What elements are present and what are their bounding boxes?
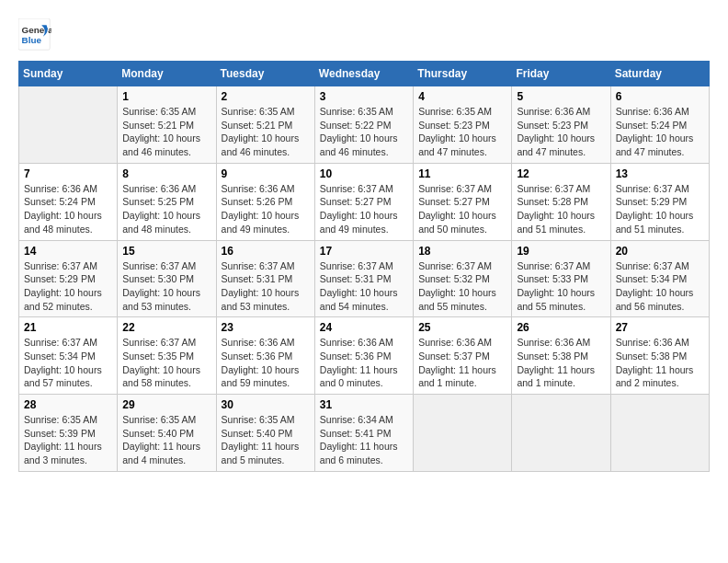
day-number: 2: [222, 90, 310, 103]
calendar-cell: 14Sunrise: 6:37 AMSunset: 5:29 PMDayligh…: [19, 240, 118, 317]
day-info: Sunrise: 6:34 AMSunset: 5:41 PMDaylight:…: [320, 413, 408, 467]
day-info: Sunrise: 6:36 AMSunset: 5:25 PMDaylight:…: [122, 182, 210, 236]
logo: General Blue: [18, 18, 51, 52]
calendar-cell: 31Sunrise: 6:34 AMSunset: 5:41 PMDayligh…: [314, 395, 413, 472]
calendar-cell: 9Sunrise: 6:36 AMSunset: 5:26 PMDaylight…: [216, 163, 314, 240]
day-number: 1: [122, 90, 210, 103]
calendar-cell: 25Sunrise: 6:36 AMSunset: 5:37 PMDayligh…: [414, 317, 512, 395]
day-info: Sunrise: 6:36 AMSunset: 5:38 PMDaylight:…: [517, 336, 605, 390]
calendar-cell: 21Sunrise: 6:37 AMSunset: 5:34 PMDayligh…: [19, 317, 118, 395]
day-info: Sunrise: 6:37 AMSunset: 5:27 PMDaylight:…: [320, 182, 408, 236]
calendar-cell: 15Sunrise: 6:37 AMSunset: 5:30 PMDayligh…: [118, 240, 216, 317]
day-info: Sunrise: 6:36 AMSunset: 5:23 PMDaylight:…: [517, 105, 605, 159]
day-info: Sunrise: 6:37 AMSunset: 5:29 PMDaylight:…: [616, 182, 704, 236]
day-number: 27: [616, 321, 704, 334]
day-info: Sunrise: 6:35 AMSunset: 5:23 PMDaylight:…: [418, 105, 506, 159]
day-number: 7: [24, 167, 112, 180]
calendar-cell: 23Sunrise: 6:36 AMSunset: 5:36 PMDayligh…: [216, 317, 314, 395]
day-info: Sunrise: 6:37 AMSunset: 5:33 PMDaylight:…: [517, 259, 605, 314]
calendar-week-row: 1Sunrise: 6:35 AMSunset: 5:21 PMDaylight…: [19, 86, 710, 164]
calendar-cell: 26Sunrise: 6:36 AMSunset: 5:38 PMDayligh…: [512, 317, 610, 395]
day-number: 18: [418, 245, 506, 258]
day-info: Sunrise: 6:37 AMSunset: 5:28 PMDaylight:…: [517, 182, 605, 236]
day-info: Sunrise: 6:36 AMSunset: 5:36 PMDaylight:…: [222, 336, 310, 390]
day-info: Sunrise: 6:35 AMSunset: 5:21 PMDaylight:…: [122, 105, 210, 159]
day-number: 12: [517, 167, 605, 180]
calendar-cell: 28Sunrise: 6:35 AMSunset: 5:39 PMDayligh…: [19, 395, 118, 472]
day-number: 21: [24, 321, 112, 334]
day-info: Sunrise: 6:36 AMSunset: 5:26 PMDaylight:…: [222, 182, 310, 236]
day-number: 24: [320, 321, 408, 334]
day-number: 16: [222, 245, 310, 258]
calendar-cell: 20Sunrise: 6:37 AMSunset: 5:34 PMDayligh…: [610, 240, 709, 317]
day-number: 3: [320, 90, 408, 103]
day-header-thursday: Thursday: [414, 62, 512, 86]
calendar-cell: 17Sunrise: 6:37 AMSunset: 5:31 PMDayligh…: [314, 240, 413, 317]
day-number: 20: [616, 245, 704, 258]
day-info: Sunrise: 6:36 AMSunset: 5:37 PMDaylight:…: [418, 336, 506, 390]
day-info: Sunrise: 6:37 AMSunset: 5:32 PMDaylight:…: [418, 259, 506, 314]
calendar-week-row: 21Sunrise: 6:37 AMSunset: 5:34 PMDayligh…: [19, 317, 710, 395]
day-number: 9: [222, 167, 310, 180]
day-info: Sunrise: 6:36 AMSunset: 5:24 PMDaylight:…: [24, 182, 112, 236]
calendar-cell: 3Sunrise: 6:35 AMSunset: 5:22 PMDaylight…: [314, 86, 413, 164]
day-header-saturday: Saturday: [610, 62, 709, 86]
day-info: Sunrise: 6:37 AMSunset: 5:34 PMDaylight:…: [24, 336, 112, 390]
calendar-cell: 27Sunrise: 6:36 AMSunset: 5:38 PMDayligh…: [610, 317, 709, 395]
day-info: Sunrise: 6:35 AMSunset: 5:40 PMDaylight:…: [222, 413, 310, 467]
calendar-cell: 29Sunrise: 6:35 AMSunset: 5:40 PMDayligh…: [118, 395, 216, 472]
day-info: Sunrise: 6:37 AMSunset: 5:35 PMDaylight:…: [122, 336, 210, 390]
day-info: Sunrise: 6:36 AMSunset: 5:24 PMDaylight:…: [616, 105, 704, 159]
day-info: Sunrise: 6:37 AMSunset: 5:31 PMDaylight:…: [320, 259, 408, 314]
day-number: 10: [320, 167, 408, 180]
day-header-tuesday: Tuesday: [216, 62, 314, 86]
calendar-cell: 18Sunrise: 6:37 AMSunset: 5:32 PMDayligh…: [414, 240, 512, 317]
day-number: 25: [418, 321, 506, 334]
calendar-cell: [512, 395, 610, 472]
calendar-week-row: 7Sunrise: 6:36 AMSunset: 5:24 PMDaylight…: [19, 163, 710, 240]
calendar-week-row: 14Sunrise: 6:37 AMSunset: 5:29 PMDayligh…: [19, 240, 710, 317]
day-info: Sunrise: 6:36 AMSunset: 5:38 PMDaylight:…: [616, 336, 704, 390]
calendar-week-row: 28Sunrise: 6:35 AMSunset: 5:39 PMDayligh…: [19, 395, 710, 472]
day-info: Sunrise: 6:35 AMSunset: 5:39 PMDaylight:…: [24, 413, 112, 467]
day-number: 6: [616, 90, 704, 103]
day-number: 4: [418, 90, 506, 103]
day-number: 5: [517, 90, 605, 103]
day-header-friday: Friday: [512, 62, 610, 86]
day-number: 17: [320, 245, 408, 258]
calendar-cell: 1Sunrise: 6:35 AMSunset: 5:21 PMDaylight…: [118, 86, 216, 164]
day-header-wednesday: Wednesday: [314, 62, 413, 86]
day-number: 23: [222, 321, 310, 334]
calendar-cell: 8Sunrise: 6:36 AMSunset: 5:25 PMDaylight…: [118, 163, 216, 240]
day-info: Sunrise: 6:37 AMSunset: 5:34 PMDaylight:…: [616, 259, 704, 314]
calendar-cell: 4Sunrise: 6:35 AMSunset: 5:23 PMDaylight…: [414, 86, 512, 164]
day-number: 22: [122, 321, 210, 334]
calendar-cell: 10Sunrise: 6:37 AMSunset: 5:27 PMDayligh…: [314, 163, 413, 240]
day-info: Sunrise: 6:36 AMSunset: 5:36 PMDaylight:…: [320, 336, 408, 390]
calendar-cell: 22Sunrise: 6:37 AMSunset: 5:35 PMDayligh…: [118, 317, 216, 395]
day-number: 29: [122, 398, 210, 411]
calendar-cell: [610, 395, 709, 472]
day-number: 28: [24, 398, 112, 411]
calendar-cell: 16Sunrise: 6:37 AMSunset: 5:31 PMDayligh…: [216, 240, 314, 317]
day-info: Sunrise: 6:37 AMSunset: 5:30 PMDaylight:…: [122, 259, 210, 314]
day-number: 31: [320, 398, 408, 411]
day-info: Sunrise: 6:35 AMSunset: 5:40 PMDaylight:…: [122, 413, 210, 467]
calendar-cell: 11Sunrise: 6:37 AMSunset: 5:27 PMDayligh…: [414, 163, 512, 240]
calendar-cell: 13Sunrise: 6:37 AMSunset: 5:29 PMDayligh…: [610, 163, 709, 240]
logo-icon: General Blue: [18, 18, 51, 52]
svg-text:Blue: Blue: [22, 35, 42, 45]
calendar-table: SundayMondayTuesdayWednesdayThursdayFrid…: [18, 61, 710, 472]
day-info: Sunrise: 6:35 AMSunset: 5:22 PMDaylight:…: [320, 105, 408, 159]
day-number: 26: [517, 321, 605, 334]
day-header-sunday: Sunday: [19, 62, 118, 86]
calendar-cell: [19, 86, 118, 164]
day-info: Sunrise: 6:37 AMSunset: 5:31 PMDaylight:…: [222, 259, 310, 314]
calendar-cell: 6Sunrise: 6:36 AMSunset: 5:24 PMDaylight…: [610, 86, 709, 164]
calendar-cell: 2Sunrise: 6:35 AMSunset: 5:21 PMDaylight…: [216, 86, 314, 164]
day-info: Sunrise: 6:37 AMSunset: 5:29 PMDaylight:…: [24, 259, 112, 314]
day-number: 8: [122, 167, 210, 180]
calendar-header-row: SundayMondayTuesdayWednesdayThursdayFrid…: [19, 62, 710, 86]
day-info: Sunrise: 6:35 AMSunset: 5:21 PMDaylight:…: [222, 105, 310, 159]
day-number: 13: [616, 167, 704, 180]
